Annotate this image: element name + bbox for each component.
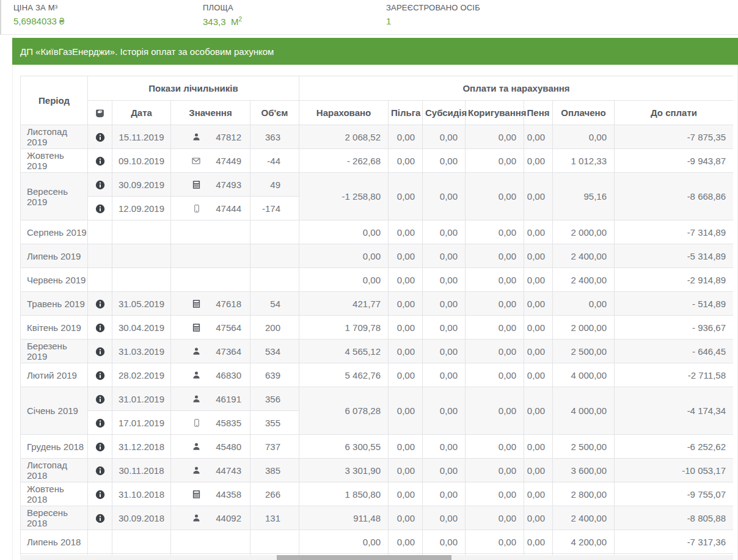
penalty-cell: 0,00 — [524, 220, 553, 244]
penalty-cell: 0,00 — [524, 363, 553, 387]
penalty-cell: 0,00 — [524, 125, 553, 149]
due-cell: -9 943,87 — [615, 149, 734, 173]
reading-date-cell: 31.12.2018 — [112, 435, 171, 459]
scrollbar-thumb[interactable] — [277, 555, 451, 560]
info-icon[interactable] — [95, 204, 105, 214]
period-cell: Вересень 2018 — [21, 506, 88, 530]
reading-volume-cell: -174 — [250, 197, 299, 220]
info-icon[interactable] — [95, 133, 105, 142]
due-cell: -2 711,58 — [615, 363, 734, 387]
info-icon[interactable] — [95, 347, 105, 357]
calculator-icon — [192, 490, 201, 499]
horizontal-scrollbar[interactable] — [20, 555, 733, 560]
reading-date-cell: 30.11.2018 — [112, 459, 171, 482]
reading-volume-cell — [250, 220, 299, 244]
adjustment-cell: 0,00 — [466, 220, 524, 244]
reading-info-cell — [88, 530, 112, 554]
reading-date-cell — [112, 530, 171, 554]
penalty-cell: 0,00 — [524, 292, 553, 316]
paid-cell: 3 600,00 — [553, 459, 615, 482]
benefit-cell: 0,00 — [389, 268, 423, 292]
info-icon[interactable] — [95, 514, 105, 523]
reading-date-cell: 15.11.2019 — [112, 125, 171, 149]
benefit-cell: 0,00 — [389, 459, 423, 482]
period-cell: Липень 2018 — [21, 530, 88, 554]
reading-info-cell — [88, 316, 112, 340]
info-icon[interactable] — [95, 180, 105, 190]
payments-table: Період Покази лічильників Оплати та нара… — [20, 76, 733, 555]
paid-cell: 0,00 — [553, 292, 615, 316]
reading-volume-cell: 639 — [250, 363, 299, 387]
adjustment-cell: 0,00 — [466, 506, 524, 530]
reading-value: 47444 — [214, 203, 241, 214]
reading-date-cell: 12.09.2019 — [112, 197, 171, 220]
reading-date-cell: 31.10.2018 — [112, 482, 171, 506]
mobile-icon — [192, 204, 201, 213]
penalty-cell: 0,00 — [524, 340, 553, 363]
adjustment-cell: 0,00 — [466, 530, 524, 554]
calculator-icon — [192, 323, 201, 332]
reading-value-cell: 47493 — [171, 173, 250, 197]
due-cell: -10 053,17 — [615, 459, 734, 482]
reading-info-cell — [88, 482, 112, 506]
header-period: Період — [21, 76, 88, 125]
reading-info-cell — [88, 506, 112, 530]
stat-value: 1 — [386, 16, 480, 26]
charged-cell: 0,00 — [299, 244, 389, 268]
info-icon[interactable] — [95, 156, 105, 166]
due-cell: - 646,45 — [615, 340, 734, 363]
envelope-icon — [191, 156, 201, 165]
reading-value-cell: 47618 — [171, 292, 250, 316]
user-icon — [192, 514, 201, 523]
reading-value: 47364 — [214, 346, 241, 357]
benefit-cell: 0,00 — [389, 125, 423, 149]
due-cell: - 936,67 — [615, 316, 734, 340]
info-icon[interactable] — [95, 490, 105, 500]
due-cell: -7 314,89 — [615, 220, 734, 244]
reading-date-cell: 28.02.2019 — [112, 363, 171, 387]
reading-value-cell — [171, 244, 250, 268]
reading-value-cell: 46191 — [171, 387, 250, 411]
reading-value: 45835 — [214, 418, 241, 428]
header-group-payments: Оплати та нарахування — [299, 76, 734, 101]
penalty-cell: 0,00 — [524, 482, 553, 506]
info-icon[interactable] — [95, 466, 105, 476]
due-cell: -2 914,89 — [615, 268, 734, 292]
charged-cell: 0,00 — [299, 220, 389, 244]
table-row: Вересень 201830.09.201844092131911,480,0… — [21, 506, 734, 530]
due-cell: -7 317,36 — [615, 530, 734, 554]
info-icon[interactable] — [95, 395, 105, 404]
charged-cell: 6 078,28 — [299, 387, 389, 435]
reading-info-cell — [88, 244, 112, 268]
reading-date-cell: 09.10.2019 — [112, 149, 171, 173]
reading-info-cell — [88, 340, 112, 363]
subsidy-cell: 0,00 — [423, 506, 466, 530]
info-icon[interactable] — [95, 442, 105, 452]
reading-date-cell — [112, 220, 171, 244]
subsidy-cell: 0,00 — [423, 340, 466, 363]
header-benefit: Пільга — [389, 101, 423, 125]
info-icon[interactable] — [95, 418, 105, 428]
header-volume: Об'єм — [250, 101, 299, 125]
charged-cell: 421,77 — [299, 292, 389, 316]
info-icon[interactable] — [95, 371, 105, 380]
table-row: Січень 201931.01.2019461913566 078,280,0… — [21, 387, 734, 411]
calculator-icon — [192, 180, 201, 189]
table-row: Жовтень 201831.10.2018443582661 850,800,… — [21, 482, 734, 506]
paid-cell: 2 400,00 — [553, 268, 615, 292]
info-icon[interactable] — [95, 323, 105, 333]
reading-value-cell: 44743 — [171, 459, 250, 482]
charged-cell: 5 462,76 — [299, 363, 389, 387]
paid-cell: 2 400,00 — [553, 506, 615, 530]
paid-cell: 2 500,00 — [553, 435, 615, 459]
subsidy-cell: 0,00 — [423, 173, 466, 220]
due-cell: -8 805,88 — [615, 506, 734, 530]
benefit-cell: 0,00 — [389, 363, 423, 387]
paid-cell: 1 012,33 — [553, 149, 615, 173]
reading-value: 46191 — [214, 394, 241, 404]
info-icon[interactable] — [95, 299, 105, 309]
reading-date-cell: 31.05.2019 — [112, 292, 171, 316]
stat-price-per-m3: ЦІНА ЗА М³ 5,6984033 ₴ — [13, 2, 203, 34]
user-icon — [192, 466, 201, 475]
table-row: Листопад 201915.11.2019478123632 068,520… — [21, 125, 734, 149]
